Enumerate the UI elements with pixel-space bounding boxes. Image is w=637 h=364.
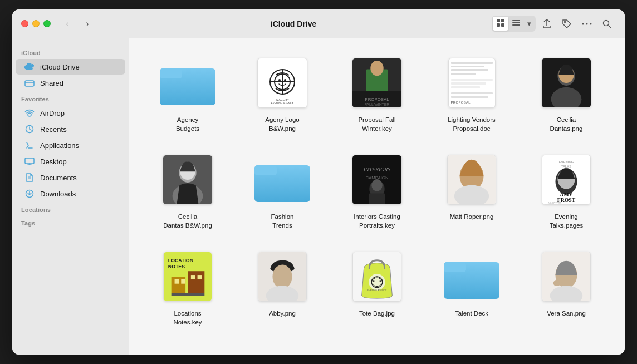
file-thumb-matt-roper <box>438 152 505 208</box>
sidebar-item-applications[interactable]: Applications <box>16 137 125 153</box>
svg-point-51 <box>371 179 383 191</box>
svg-point-76 <box>272 265 292 289</box>
file-thumb-cecilia-dantas <box>533 55 600 111</box>
file-thumb-proposal-fall: PROPOSAL FALL WINTER <box>344 55 410 111</box>
svg-rect-52 <box>369 194 385 205</box>
svg-rect-3 <box>501 23 504 27</box>
svg-rect-2 <box>497 23 500 27</box>
sidebar-item-documents[interactable]: Documents <box>16 170 125 185</box>
svg-point-29 <box>278 79 281 81</box>
cloud-icon <box>24 62 35 72</box>
applications-icon <box>24 140 35 150</box>
maximize-button[interactable] <box>43 20 51 27</box>
file-grid-row-1: AgencyBudgets <box>143 50 611 137</box>
file-thumb-lighting-vendors: PROPOSAL <box>438 55 505 111</box>
svg-rect-71 <box>181 279 185 284</box>
svg-text:NOTES: NOTES <box>168 264 185 270</box>
file-thumb-abby <box>249 249 316 304</box>
svg-point-10 <box>590 23 592 24</box>
file-grid-row-3: LOCATION NOTES <box>143 243 611 331</box>
sidebar-item-icloud-drive[interactable]: iCloud Drive <box>16 59 125 75</box>
file-item-evening-talks[interactable]: EVENING TALKS AMY FROST 06.07.2021 <box>521 146 611 234</box>
minimize-button[interactable] <box>32 20 40 27</box>
file-grid: AgencyBudgets <box>129 38 625 355</box>
svg-rect-85 <box>444 262 466 272</box>
svg-point-11 <box>604 20 609 26</box>
file-item-cecilia-bw[interactable]: CeciliaDantas B&W.png <box>143 146 233 234</box>
svg-point-81 <box>373 281 375 282</box>
file-thumb-locations-notes: LOCATION NOTES <box>154 249 221 304</box>
svg-rect-73 <box>198 275 202 279</box>
svg-point-7 <box>565 21 566 22</box>
grid-view-button[interactable] <box>493 17 508 31</box>
sidebar-item-shared[interactable]: Shared <box>16 75 125 91</box>
tag-button[interactable] <box>558 15 576 33</box>
file-thumb-agency-budgets <box>154 55 221 111</box>
file-item-cecilia-dantas[interactable]: CeciliaDantas.png <box>521 50 611 137</box>
sidebar-item-airdrop[interactable]: AirDrop <box>16 105 125 121</box>
sidebar-section-favorites: Favorites <box>12 91 129 105</box>
shared-icon <box>24 78 35 88</box>
file-thumb-agency-logo: IMAGE BY EVENING AGENCY <box>249 55 316 111</box>
svg-rect-0 <box>497 19 500 22</box>
list-view-button[interactable] <box>508 17 524 31</box>
file-item-proposal-fall[interactable]: PROPOSAL FALL WINTER Proposal FallWinter… <box>332 50 422 137</box>
file-item-agency-budgets[interactable]: AgencyBudgets <box>143 50 233 137</box>
file-item-tote-bag[interactable]: EVENING AGENCY Tote Bag.jpg <box>332 243 422 331</box>
file-item-abby[interactable]: Abby.png <box>237 243 327 331</box>
file-item-talent-deck[interactable]: Talent Deck <box>427 243 517 331</box>
file-label-matt-roper: Matt Roper.png <box>450 212 494 221</box>
file-thumb-cecilia-bw <box>154 152 221 208</box>
sidebar: iCloud iCloud Drive Shared <box>12 38 129 355</box>
recents-icon <box>24 124 35 134</box>
window-title: iCloud Drive <box>100 19 487 28</box>
svg-rect-67 <box>172 277 185 293</box>
sidebar-item-desktop[interactable]: Desktop <box>16 154 125 169</box>
svg-rect-69 <box>172 293 205 296</box>
sidebar-item-recents[interactable]: Recents <box>16 121 125 137</box>
desktop-icon <box>24 156 35 166</box>
more-button[interactable] <box>578 15 596 33</box>
search-button[interactable] <box>598 15 616 33</box>
svg-text:EVENING AGENCY: EVENING AGENCY <box>271 102 293 105</box>
sidebar-item-applications-label: Applications <box>40 141 79 150</box>
svg-rect-21 <box>160 68 182 78</box>
file-item-interiors-casting[interactable]: INTERIORS CAMPAIGN Interiors CastingPort… <box>332 146 422 234</box>
sidebar-item-downloads[interactable]: Downloads <box>16 186 125 201</box>
forward-button[interactable]: › <box>80 16 95 32</box>
column-view-button[interactable]: ▾ <box>524 18 535 29</box>
titlebar: ‹ › iCloud Drive <box>12 9 625 38</box>
file-item-agency-logo[interactable]: IMAGE BY EVENING AGENCY Ageny LogoB&W.pn… <box>237 50 327 137</box>
svg-rect-16 <box>25 158 34 164</box>
sidebar-item-shared-label: Shared <box>40 79 63 87</box>
sidebar-item-documents-label: Documents <box>40 174 77 182</box>
sidebar-section-locations: Locations <box>12 202 129 215</box>
file-item-matt-roper[interactable]: Matt Roper.png <box>427 146 517 234</box>
file-label-cecilia-dantas: CeciliaDantas.png <box>550 115 583 133</box>
file-item-fashion-trends[interactable]: FashionTrends <box>237 146 327 234</box>
file-label-cecilia-bw: CeciliaDantas B&W.png <box>163 212 212 230</box>
svg-rect-5 <box>512 22 520 23</box>
svg-point-8 <box>582 23 584 24</box>
svg-point-14 <box>28 113 31 116</box>
sidebar-item-desktop-label: Desktop <box>40 158 67 166</box>
back-button[interactable]: ‹ <box>60 16 75 32</box>
svg-point-30 <box>284 79 286 81</box>
svg-rect-6 <box>512 24 520 26</box>
svg-text:IMAGE BY: IMAGE BY <box>276 98 290 101</box>
file-item-lighting-vendors[interactable]: PROPOSAL Lighting VendorsProposal.doc <box>427 50 517 137</box>
svg-rect-1 <box>501 19 504 22</box>
traffic-lights <box>21 20 51 27</box>
svg-text:PROPOSAL: PROPOSAL <box>365 97 390 102</box>
sidebar-item-airdrop-label: AirDrop <box>40 109 65 117</box>
file-thumb-interiors-casting: INTERIORS CAMPAIGN <box>344 152 410 208</box>
file-item-vera-san[interactable]: Vera San.png <box>521 243 611 331</box>
file-label-agency-budgets: AgencyBudgets <box>176 115 199 133</box>
file-label-lighting-vendors: Lighting VendorsProposal.doc <box>448 115 496 133</box>
downloads-icon <box>24 189 35 199</box>
share-button[interactable] <box>538 15 556 33</box>
close-button[interactable] <box>21 20 28 27</box>
file-thumb-vera-san <box>533 249 600 304</box>
svg-rect-70 <box>175 279 179 284</box>
file-item-locations-notes[interactable]: LOCATION NOTES <box>143 243 233 331</box>
